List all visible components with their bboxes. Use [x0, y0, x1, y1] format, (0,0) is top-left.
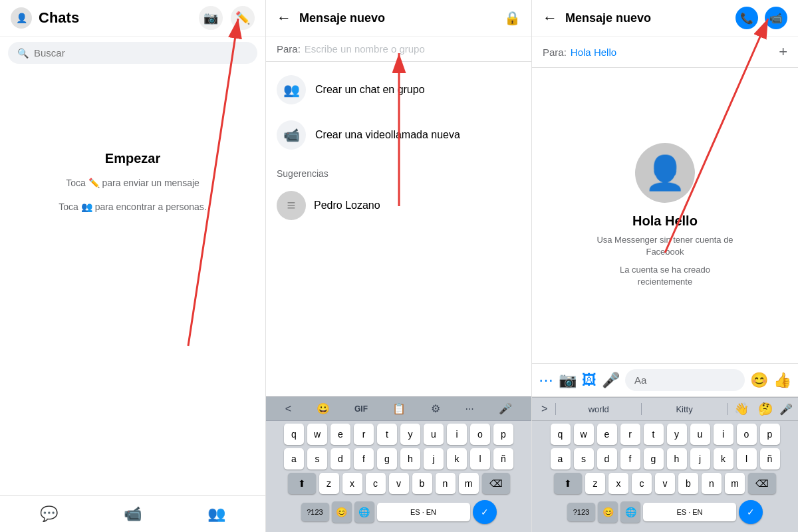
- video-call-button[interactable]: 📹: [765, 7, 787, 29]
- key3-k[interactable]: k: [714, 448, 733, 469]
- key3-s[interactable]: s: [574, 448, 594, 469]
- key-a[interactable]: a: [284, 448, 304, 469]
- key3-e[interactable]: e: [597, 424, 617, 445]
- suggestion-kitty[interactable]: Kitty: [646, 403, 723, 416]
- key3-globe[interactable]: 🌐: [620, 501, 640, 523]
- contact-pedro-item[interactable]: ≡ Pedro Lozano: [266, 184, 531, 227]
- emoji-button[interactable]: 😊: [750, 372, 768, 389]
- key3-c[interactable]: c: [632, 473, 652, 494]
- like-button[interactable]: 👍: [773, 372, 791, 389]
- nav-video-icon[interactable]: 📹: [124, 505, 142, 523]
- key-f[interactable]: f: [354, 448, 374, 469]
- key-emoji[interactable]: 😊: [332, 501, 352, 523]
- key3-shift[interactable]: ⬆: [554, 473, 582, 494]
- create-video-call-item[interactable]: 📹 Crear una videollamada nueva: [266, 112, 531, 158]
- nav-chat-icon[interactable]: 💬: [40, 505, 58, 523]
- chat-input[interactable]: Aa: [625, 369, 745, 391]
- key3-g[interactable]: g: [644, 448, 664, 469]
- key-globe[interactable]: 🌐: [354, 501, 374, 523]
- key3-b[interactable]: b: [678, 473, 698, 494]
- key3-send[interactable]: ✓: [739, 500, 763, 524]
- kbd-back-btn3[interactable]: >: [537, 402, 551, 416]
- key-u[interactable]: u: [424, 424, 444, 445]
- key3-m[interactable]: m: [725, 473, 745, 494]
- kb-clipboard-btn[interactable]: 📋: [388, 401, 410, 416]
- key3-a[interactable]: a: [551, 448, 571, 469]
- key-q[interactable]: q: [284, 424, 304, 445]
- kb-mic-btn[interactable]: 🎤: [495, 401, 516, 416]
- key-o[interactable]: o: [470, 424, 490, 445]
- phone-call-button[interactable]: 📞: [735, 7, 758, 29]
- key3-z[interactable]: z: [585, 473, 605, 494]
- kb-more-btn[interactable]: ···: [461, 402, 477, 416]
- key3-backspace[interactable]: ⌫: [748, 473, 776, 494]
- key-r[interactable]: r: [354, 424, 374, 445]
- key-h[interactable]: h: [400, 448, 420, 469]
- key-d[interactable]: d: [331, 448, 350, 469]
- create-group-chat-item[interactable]: 👥 Crear un chat en grupo: [266, 67, 531, 112]
- key3-o[interactable]: o: [737, 424, 757, 445]
- key3-emoji[interactable]: 😊: [598, 501, 618, 523]
- gallery-icon[interactable]: 🖼: [582, 372, 597, 389]
- key-l[interactable]: l: [470, 448, 490, 469]
- key-y[interactable]: y: [400, 424, 420, 445]
- key3-l[interactable]: l: [737, 448, 757, 469]
- search-input[interactable]: [34, 47, 248, 59]
- key-e[interactable]: e: [331, 424, 350, 445]
- key-v[interactable]: v: [389, 473, 409, 494]
- key-c[interactable]: c: [366, 473, 386, 494]
- camera-button[interactable]: 📷: [199, 6, 223, 30]
- key3-space[interactable]: ES · EN: [643, 503, 736, 521]
- key3-u[interactable]: u: [690, 424, 710, 445]
- key-space[interactable]: ES · EN: [377, 503, 470, 521]
- dots-icon[interactable]: ⋯: [539, 372, 553, 389]
- key3-n[interactable]: n: [702, 473, 722, 494]
- contact-back-button[interactable]: ←: [543, 9, 557, 27]
- key3-f[interactable]: f: [620, 448, 640, 469]
- key-x[interactable]: x: [342, 473, 362, 494]
- compose-button[interactable]: ✏️: [231, 6, 255, 30]
- key-n[interactable]: n: [436, 473, 456, 494]
- key3-t[interactable]: t: [644, 424, 664, 445]
- key-b[interactable]: b: [412, 473, 432, 494]
- key3-ñ[interactable]: ñ: [760, 448, 780, 469]
- key-s[interactable]: s: [307, 448, 327, 469]
- nav-people-icon[interactable]: 👥: [207, 505, 225, 523]
- key-123[interactable]: ?123: [301, 503, 329, 521]
- key-k[interactable]: k: [447, 448, 467, 469]
- key3-x[interactable]: x: [608, 473, 628, 494]
- key3-w[interactable]: w: [574, 424, 594, 445]
- kb-gif-btn[interactable]: GIF: [350, 403, 372, 415]
- to-input[interactable]: [305, 43, 521, 55]
- key-j[interactable]: j: [424, 448, 444, 469]
- search-bar[interactable]: 🔍: [8, 42, 257, 64]
- key-g[interactable]: g: [377, 448, 397, 469]
- key-i[interactable]: i: [447, 424, 467, 445]
- key-ñ[interactable]: ñ: [493, 448, 513, 469]
- key-w[interactable]: w: [307, 424, 327, 445]
- add-recipient-button[interactable]: +: [779, 43, 787, 61]
- key3-i[interactable]: i: [714, 424, 733, 445]
- camera-toolbar-icon[interactable]: 📷: [559, 372, 577, 389]
- kb-emoji-btn[interactable]: 😀: [313, 401, 334, 416]
- key-backspace[interactable]: ⌫: [482, 473, 510, 494]
- key-m[interactable]: m: [459, 473, 479, 494]
- key3-r[interactable]: r: [620, 424, 640, 445]
- key3-p[interactable]: p: [760, 424, 780, 445]
- kbd-mic-sug[interactable]: 🎤: [779, 403, 793, 416]
- key3-v[interactable]: v: [655, 473, 675, 494]
- back-button[interactable]: ←: [277, 9, 291, 27]
- key-send[interactable]: ✓: [473, 500, 497, 524]
- key3-y[interactable]: y: [667, 424, 687, 445]
- suggestion-think[interactable]: 🤔: [755, 402, 775, 416]
- suggestion-wave[interactable]: 👋: [732, 402, 751, 416]
- kb-settings-btn[interactable]: ⚙: [427, 401, 444, 416]
- key3-h[interactable]: h: [667, 448, 687, 469]
- kb-back-btn[interactable]: <: [281, 402, 295, 416]
- mic-toolbar-icon[interactable]: 🎤: [602, 372, 620, 389]
- key3-d[interactable]: d: [597, 448, 617, 469]
- key-t[interactable]: t: [377, 424, 397, 445]
- key-z[interactable]: z: [319, 473, 339, 494]
- key3-123[interactable]: ?123: [567, 503, 595, 521]
- suggestion-world[interactable]: world: [560, 403, 637, 416]
